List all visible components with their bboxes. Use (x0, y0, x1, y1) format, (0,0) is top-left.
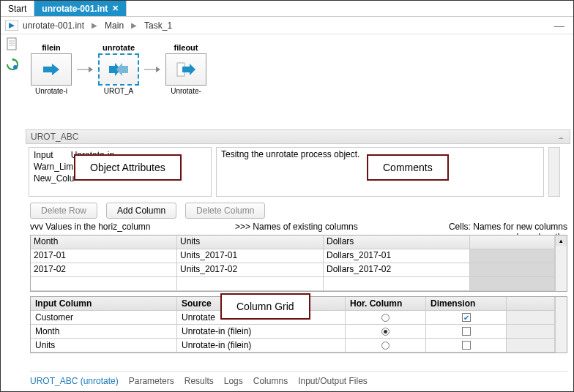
radio-cell[interactable] (346, 311, 426, 325)
radio-cell[interactable] (346, 339, 426, 353)
pin-icon[interactable]: ⫠ (557, 132, 565, 141)
delete-column-button[interactable]: Delete Column (185, 203, 265, 219)
grid-cell[interactable]: Units_2017-01 (177, 249, 324, 263)
svg-point-7 (13, 65, 18, 69)
breadcrumb-file[interactable]: unrotate-001.int (23, 20, 84, 31)
scrollbar-vertical[interactable] (555, 277, 567, 291)
chevron-right-icon: ▶ (128, 21, 140, 29)
breadcrumb-main[interactable]: Main (105, 20, 124, 31)
add-column-button[interactable]: Add Column (106, 203, 176, 219)
chevron-right-icon: ▶ (89, 21, 100, 29)
svg-marker-14 (156, 67, 160, 72)
detail-tab-logs[interactable]: Logs (224, 376, 243, 386)
filein-arrow-icon (42, 62, 61, 77)
svg-marker-10 (89, 67, 93, 72)
detail-tab-parameters[interactable]: Parameters (129, 376, 174, 386)
grid-cell (470, 249, 555, 263)
detail-tab-columns[interactable]: Columns (253, 376, 288, 386)
column-grid[interactable]: Input Column Source Hor. Column Dimensio… (30, 296, 567, 353)
node-filein[interactable]: filein Unrotate-i (30, 43, 72, 95)
connector (144, 65, 160, 74)
col-header[interactable]: Dollars (324, 235, 470, 249)
detail-tab-urot[interactable]: UROT_ABC (unrotate) (30, 376, 119, 386)
grid-cell[interactable]: Unrotate-in (filein) (177, 339, 346, 353)
grid-cell[interactable]: Unrotate (177, 311, 346, 325)
scrollbar-vertical[interactable] (555, 297, 567, 311)
grid-cell[interactable]: Unrotate-in (filein) (177, 325, 346, 339)
node-title: unrotate (102, 43, 135, 52)
unrotate-icon (108, 61, 130, 78)
svg-rect-2 (7, 38, 16, 50)
tab-active-label: unrotate-001.int (42, 4, 108, 14)
radio-cell[interactable] (346, 325, 426, 339)
node-label: Unrotate-i (35, 87, 67, 95)
minimize-icon[interactable]: — (554, 20, 569, 31)
run-icon[interactable] (5, 20, 18, 31)
grid-cell[interactable]: Dollars_2017-02 (324, 263, 470, 277)
col-header[interactable]: Hor. Column (346, 297, 426, 311)
detail-tab-results[interactable]: Results (184, 376, 214, 386)
comments-field[interactable]: Tesitng the unrotate process object. (216, 147, 544, 197)
side-toolbar (4, 37, 21, 71)
grid-cell[interactable]: Month (31, 325, 177, 339)
checkbox-cell[interactable] (426, 325, 507, 339)
panel-title: UROT_ABC (31, 132, 78, 142)
scrollbar-vertical[interactable] (548, 147, 560, 197)
connector (77, 65, 93, 74)
checkbox-cell[interactable]: ✔ (426, 311, 507, 325)
grid-cell (470, 277, 555, 291)
values-grid[interactable]: Month Units Dollars ▴ 2017-01 Units_2017… (30, 235, 567, 292)
checkbox-cell[interactable] (426, 339, 507, 353)
grid-cell[interactable] (177, 277, 324, 291)
node-title: filein (42, 43, 61, 52)
tab-start[interactable]: Start (1, 1, 34, 16)
col-header[interactable]: Source (177, 297, 346, 311)
grid-cell[interactable]: Customer (31, 311, 177, 325)
col-header[interactable]: Input Column (31, 297, 177, 311)
node-fileout[interactable]: fileout Unrotate- (165, 43, 207, 95)
grid-cell[interactable]: Dollars_2017-01 (324, 249, 470, 263)
grid-cell[interactable]: Units (31, 339, 177, 353)
attr-key: New_Colu (34, 173, 74, 184)
grid-cell[interactable]: 2017-02 (31, 263, 177, 277)
tab-active-file[interactable]: unrotate-001.int ✕ (34, 1, 127, 16)
close-icon[interactable]: ✕ (112, 4, 119, 13)
detail-tab-io-files[interactable]: Input/Output Files (298, 376, 368, 386)
comments-text: Tesitng the unrotate process object. (221, 149, 359, 159)
node-title: fileout (174, 43, 198, 52)
scrollbar-vertical[interactable]: ▴ (555, 235, 567, 249)
attributes-comments-row: InputUnrotate-in Warn_Limi New_Colu Tesi… (29, 147, 560, 197)
col-header[interactable]: Month (31, 235, 177, 249)
refresh-icon[interactable] (6, 58, 19, 71)
property-panel-header: UROT_ABC ⫠ (26, 129, 570, 144)
col-spacer (470, 235, 555, 249)
grid-button-row: Delete Row Add Column Delete Column (30, 203, 265, 219)
workflow-canvas[interactable]: filein Unrotate-i unrotate UROT_A fileou… (26, 37, 570, 118)
grid-cell (470, 263, 555, 277)
fileout-arrow-icon (176, 62, 195, 77)
file-tab-strip: Start unrotate-001.int ✕ (1, 1, 573, 17)
col-header[interactable]: Dimension (426, 297, 507, 311)
scrollbar-vertical[interactable] (555, 263, 567, 277)
svg-marker-8 (43, 64, 59, 75)
node-unrotate[interactable]: unrotate UROT_A (97, 43, 140, 95)
grid-cell[interactable]: 2017-01 (31, 249, 177, 263)
node-label: Unrotate- (171, 87, 201, 95)
attr-val: Unrotate-in (71, 149, 114, 161)
breadcrumb-task[interactable]: Task_1 (144, 20, 172, 31)
delete-row-button[interactable]: Delete Row (30, 203, 97, 219)
col-spacer (507, 297, 555, 311)
grid-cell[interactable]: Units_2017-02 (177, 263, 324, 277)
svg-marker-12 (116, 63, 128, 76)
breadcrumb-bar: unrotate-001.int ▶ Main ▶ Task_1 — (1, 17, 573, 34)
scrollbar-vertical[interactable] (555, 249, 567, 263)
grid-cell[interactable] (324, 277, 470, 291)
attr-key: Input (34, 149, 53, 161)
attr-key: Warn_Limi (34, 161, 75, 173)
node-label: UROT_A (104, 87, 134, 95)
grid-cell[interactable] (31, 277, 177, 291)
object-attributes-list[interactable]: InputUnrotate-in Warn_Limi New_Colu (29, 147, 212, 197)
detail-tab-strip: UROT_ABC (unrotate) Parameters Results L… (30, 371, 567, 387)
col-header[interactable]: Units (177, 235, 324, 249)
document-icon[interactable] (6, 37, 19, 50)
